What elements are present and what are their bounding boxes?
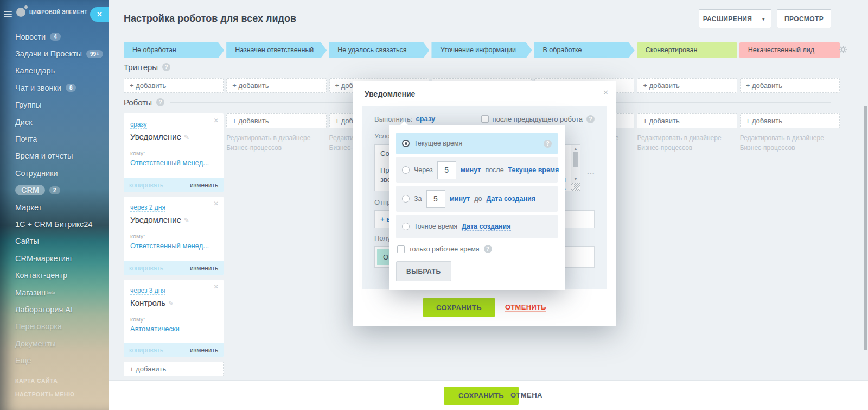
add-robot-button[interactable]: + добавить — [740, 113, 840, 128]
sidebar-item-contact-center[interactable]: Контакт-центр — [15, 267, 106, 283]
close-icon[interactable]: ✕ — [603, 89, 609, 97]
sidebar-item-market[interactable]: Маркет — [15, 199, 106, 216]
add-robot-button[interactable]: + добавить — [637, 113, 737, 128]
choose-button[interactable]: ВЫБРАТЬ — [396, 261, 451, 281]
bp-designer-link[interactable]: Редактировать в дизайнере Бизнес-процесс… — [637, 133, 737, 153]
stage-no-contact[interactable]: Не удалось связаться — [329, 42, 429, 58]
sidebar-item-meeting-room[interactable]: Переговорка — [15, 318, 106, 335]
cancel-button[interactable]: ОТМЕНА — [510, 391, 542, 399]
add-robot-button[interactable]: + добавить — [226, 113, 326, 128]
radio-selected-icon[interactable] — [402, 140, 410, 147]
sidebar-item-disk[interactable]: Диск — [15, 113, 106, 130]
robot-card[interactable]: через 3 дня ✕ Контроль✎ кому: Автоматиче… — [124, 280, 224, 357]
sidebar-item-shop[interactable]: Магазинbeta — [15, 284, 106, 301]
scrollbar-thumb[interactable] — [573, 152, 578, 167]
close-icon[interactable]: ✕ — [213, 117, 219, 124]
sidebar-item-news[interactable]: Новости4 — [15, 28, 106, 45]
stage-clarification[interactable]: Уточнение информации — [431, 42, 532, 58]
sitemap-link[interactable]: КАРТА САЙТА — [15, 377, 74, 384]
work-time-help-icon[interactable]: ? — [484, 245, 492, 253]
sidebar-item-crm-marketing[interactable]: CRM-маркетинг — [15, 250, 106, 267]
sidebar-item-mail[interactable]: Почта — [15, 130, 106, 147]
edit-link[interactable]: изменить — [190, 346, 218, 354]
bp-designer-link[interactable]: Редактировать в дизайнере Бизнес-процесс… — [740, 133, 840, 153]
work-time-checkbox[interactable] — [397, 245, 405, 253]
add-trigger-button[interactable]: + добавить — [637, 78, 737, 93]
after-robot-help-icon[interactable]: ? — [586, 115, 595, 123]
add-trigger-button[interactable]: + добавить — [226, 78, 326, 93]
hamburger-menu-icon[interactable] — [4, 11, 12, 19]
option-help-icon[interactable]: ? — [544, 140, 552, 148]
chevron-down-icon[interactable]: ▾ — [756, 10, 771, 28]
stage-converted[interactable]: Сконвертирован — [637, 42, 737, 58]
sidebar-item-ai-lab[interactable]: Лаборатория AI — [15, 301, 106, 318]
close-icon[interactable]: ✕ — [213, 200, 219, 207]
scroll-down-icon[interactable]: ▼ — [571, 177, 580, 181]
sidebar-item-crm[interactable]: CRM2 — [15, 182, 106, 199]
unit-link[interactable]: минут — [450, 195, 470, 203]
preview-button[interactable]: ПРОСМОТР — [777, 9, 831, 28]
radio-icon[interactable] — [402, 166, 410, 174]
stage-in-progress[interactable]: В обработке — [534, 42, 635, 58]
after-robot-checkbox[interactable] — [481, 115, 489, 123]
robot-when-link[interactable]: через 2 дня — [130, 204, 165, 212]
bp-designer-link[interactable]: Редактировать в дизайнере Бизнес-процесс… — [226, 133, 326, 153]
textarea-scrollbar[interactable]: ▲ ▼ — [571, 145, 580, 191]
triggers-help-icon[interactable]: ? — [162, 63, 170, 71]
sidebar-item-more[interactable]: Ещё — [15, 352, 106, 369]
scroll-up-icon[interactable]: ▲ — [571, 147, 580, 150]
vertical-scrollbar[interactable] — [864, 106, 867, 350]
sidebar-item-chat[interactable]: Чат и звонки8 — [15, 79, 106, 96]
sidebar-item-employees[interactable]: Сотрудники — [15, 165, 106, 181]
basis-link[interactable]: Дата создания — [462, 223, 510, 231]
stage-settings-gear-icon[interactable] — [839, 45, 847, 54]
radio-icon[interactable] — [402, 223, 410, 230]
minutes-value-input[interactable]: 5 — [426, 190, 445, 208]
edit-link[interactable]: изменить — [190, 264, 218, 272]
modal-save-button[interactable]: СОХРАНИТЬ — [423, 298, 495, 317]
sidebar-item-groups[interactable]: Группы — [15, 97, 106, 113]
close-icon[interactable]: ✕ — [213, 283, 219, 291]
add-robot-button[interactable]: + добавить — [124, 362, 224, 376]
radio-icon[interactable] — [402, 195, 410, 203]
customize-menu-link[interactable]: НАСТРОИТЬ МЕНЮ — [15, 391, 74, 398]
minutes-value-input[interactable]: 5 — [437, 161, 456, 179]
robot-recipient-link[interactable]: Ответственный менед... — [130, 242, 217, 250]
edit-pencil-icon[interactable]: ✎ — [168, 300, 174, 307]
edit-pencil-icon[interactable]: ✎ — [184, 134, 189, 141]
stage-not-processed[interactable]: Не обработан — [124, 42, 224, 58]
sidebar-item-calendar[interactable]: Календарь — [15, 62, 106, 79]
resize-handle[interactable] — [571, 183, 580, 191]
robot-when-link[interactable]: сразу — [130, 121, 147, 129]
add-trigger-button[interactable]: + добавить — [124, 78, 224, 93]
option-exact-time[interactable]: Точное время Дата создания — [396, 215, 558, 238]
sidebar-collapse-button[interactable]: ✕ — [90, 7, 109, 22]
stage-assigned[interactable]: Назначен ответственный — [226, 42, 327, 58]
sidebar-item-1c-crm[interactable]: 1С + CRM Битрикс24 — [15, 216, 106, 232]
option-before-interval[interactable]: За 5 минут до Дата создания — [396, 186, 558, 212]
edit-pencil-icon[interactable]: ✎ — [184, 217, 189, 224]
stage-bad-lead[interactable]: Некачественный лид — [739, 42, 840, 58]
execute-value-link[interactable]: сразу — [416, 115, 435, 123]
robot-card[interactable]: через 2 дня ✕ Уведомление✎ кому: Ответст… — [124, 197, 224, 275]
sidebar-item-documents[interactable]: Документы — [15, 335, 106, 352]
save-button[interactable]: СОХРАНИТЬ — [444, 387, 519, 405]
basis-link[interactable]: Дата создания — [486, 195, 535, 203]
option-after-interval[interactable]: Через 5 минут после Текущее время — [396, 157, 558, 183]
sidebar-item-sites[interactable]: Сайты — [15, 233, 106, 250]
robot-recipient-link[interactable]: Автоматически — [130, 325, 217, 333]
robot-card[interactable]: сразу ✕ Уведомление✎ кому: Ответственный… — [124, 113, 224, 192]
copy-link[interactable]: копировать — [129, 346, 163, 354]
modal-cancel-button[interactable]: ОТМЕНИТЬ — [505, 303, 546, 312]
more-options-dots-icon[interactable]: ••• — [588, 171, 595, 175]
extensions-button[interactable]: РАСШИРЕНИЯ ▾ — [699, 9, 771, 28]
option-current-time[interactable]: Текущее время ? — [396, 133, 558, 154]
copy-link[interactable]: копировать — [129, 181, 163, 189]
add-trigger-button[interactable]: + добавить — [740, 78, 840, 93]
copy-link[interactable]: копировать — [129, 264, 163, 272]
sidebar-item-tasks[interactable]: Задачи и Проекты99+ — [15, 45, 106, 62]
robot-when-link[interactable]: через 3 дня — [130, 287, 165, 295]
edit-link[interactable]: изменить — [190, 181, 218, 189]
unit-link[interactable]: минут — [461, 166, 481, 174]
sidebar-item-time-reports[interactable]: Время и отчеты — [15, 148, 106, 165]
